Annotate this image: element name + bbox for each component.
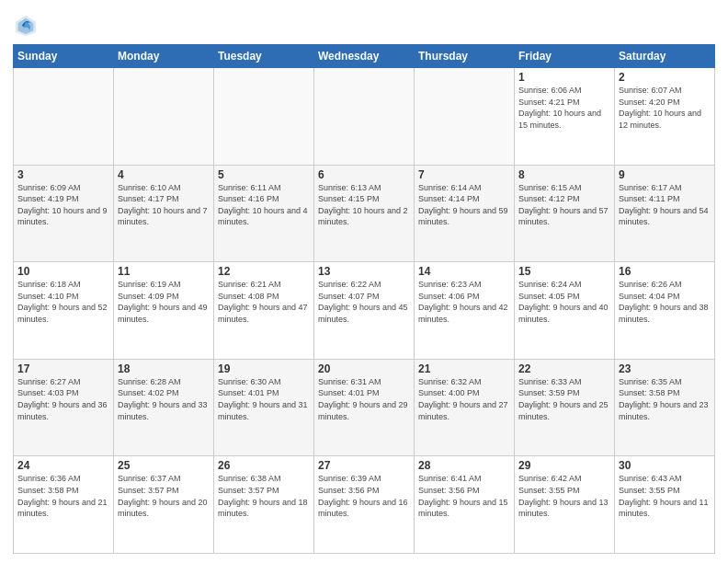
calendar-cell: 2Sunrise: 6:07 AM Sunset: 4:20 PM Daylig… [615, 68, 715, 166]
day-number: 6 [318, 168, 410, 181]
day-number: 7 [418, 168, 510, 181]
logo [13, 13, 40, 39]
day-number: 18 [118, 362, 210, 375]
day-info: Sunrise: 6:26 AM Sunset: 4:04 PM Dayligh… [619, 279, 711, 325]
weekday-header-wednesday: Wednesday [314, 45, 415, 68]
day-number: 28 [418, 459, 510, 472]
calendar-cell: 3Sunrise: 6:09 AM Sunset: 4:19 PM Daylig… [14, 165, 114, 262]
day-info: Sunrise: 6:10 AM Sunset: 4:17 PM Dayligh… [118, 182, 210, 228]
day-number: 4 [118, 168, 210, 181]
day-number: 30 [619, 459, 711, 472]
day-number: 1 [518, 71, 610, 84]
calendar-cell: 6Sunrise: 6:13 AM Sunset: 4:15 PM Daylig… [314, 165, 415, 262]
calendar-cell: 27Sunrise: 6:39 AM Sunset: 3:56 PM Dayli… [314, 456, 415, 554]
day-number: 13 [318, 265, 410, 278]
day-number: 3 [17, 168, 109, 181]
day-info: Sunrise: 6:07 AM Sunset: 4:20 PM Dayligh… [619, 85, 711, 131]
calendar-cell: 26Sunrise: 6:38 AM Sunset: 3:57 PM Dayli… [214, 456, 314, 554]
calendar-cell: 1Sunrise: 6:06 AM Sunset: 4:21 PM Daylig… [515, 68, 615, 166]
day-number: 8 [518, 168, 610, 181]
calendar-cell [14, 68, 114, 166]
calendar-cell: 12Sunrise: 6:21 AM Sunset: 4:08 PM Dayli… [214, 262, 314, 360]
calendar-cell: 10Sunrise: 6:18 AM Sunset: 4:10 PM Dayli… [14, 262, 114, 360]
calendar-cell [415, 68, 515, 166]
calendar-cell: 30Sunrise: 6:43 AM Sunset: 3:55 PM Dayli… [615, 456, 715, 554]
day-info: Sunrise: 6:38 AM Sunset: 3:57 PM Dayligh… [218, 473, 310, 519]
header [13, 9, 715, 39]
calendar-week-4: 17Sunrise: 6:27 AM Sunset: 4:03 PM Dayli… [14, 359, 715, 456]
calendar-cell: 9Sunrise: 6:17 AM Sunset: 4:11 PM Daylig… [615, 165, 715, 262]
weekday-header-sunday: Sunday [14, 45, 114, 68]
day-number: 23 [619, 362, 711, 375]
day-info: Sunrise: 6:41 AM Sunset: 3:56 PM Dayligh… [418, 473, 510, 519]
day-number: 21 [418, 362, 510, 375]
calendar-cell: 24Sunrise: 6:36 AM Sunset: 3:58 PM Dayli… [14, 456, 114, 554]
day-info: Sunrise: 6:09 AM Sunset: 4:19 PM Dayligh… [17, 182, 109, 228]
day-info: Sunrise: 6:37 AM Sunset: 3:57 PM Dayligh… [118, 473, 210, 519]
calendar-cell: 21Sunrise: 6:32 AM Sunset: 4:00 PM Dayli… [415, 359, 515, 456]
weekday-header-saturday: Saturday [615, 45, 715, 68]
day-number: 5 [218, 168, 310, 181]
day-info: Sunrise: 6:15 AM Sunset: 4:12 PM Dayligh… [518, 182, 610, 228]
calendar-cell: 8Sunrise: 6:15 AM Sunset: 4:12 PM Daylig… [515, 165, 615, 262]
day-info: Sunrise: 6:31 AM Sunset: 4:01 PM Dayligh… [318, 376, 410, 422]
day-number: 10 [17, 265, 109, 278]
day-number: 9 [619, 168, 711, 181]
calendar-cell: 29Sunrise: 6:42 AM Sunset: 3:55 PM Dayli… [515, 456, 615, 554]
calendar-week-5: 24Sunrise: 6:36 AM Sunset: 3:58 PM Dayli… [14, 456, 715, 554]
day-info: Sunrise: 6:35 AM Sunset: 3:58 PM Dayligh… [619, 376, 711, 422]
day-number: 14 [418, 265, 510, 278]
calendar-cell [114, 68, 214, 166]
day-number: 17 [17, 362, 109, 375]
calendar-cell: 16Sunrise: 6:26 AM Sunset: 4:04 PM Dayli… [615, 262, 715, 360]
calendar-cell: 13Sunrise: 6:22 AM Sunset: 4:07 PM Dayli… [314, 262, 415, 360]
calendar-cell: 23Sunrise: 6:35 AM Sunset: 3:58 PM Dayli… [615, 359, 715, 456]
calendar-week-3: 10Sunrise: 6:18 AM Sunset: 4:10 PM Dayli… [14, 262, 715, 360]
weekday-header-tuesday: Tuesday [214, 45, 314, 68]
day-info: Sunrise: 6:28 AM Sunset: 4:02 PM Dayligh… [118, 376, 210, 422]
day-info: Sunrise: 6:36 AM Sunset: 3:58 PM Dayligh… [17, 473, 109, 519]
calendar-cell: 18Sunrise: 6:28 AM Sunset: 4:02 PM Dayli… [114, 359, 214, 456]
weekday-header-row: SundayMondayTuesdayWednesdayThursdayFrid… [14, 45, 715, 68]
calendar-cell: 17Sunrise: 6:27 AM Sunset: 4:03 PM Dayli… [14, 359, 114, 456]
day-info: Sunrise: 6:27 AM Sunset: 4:03 PM Dayligh… [17, 376, 109, 422]
calendar-cell: 14Sunrise: 6:23 AM Sunset: 4:06 PM Dayli… [415, 262, 515, 360]
day-number: 16 [619, 265, 711, 278]
day-number: 25 [118, 459, 210, 472]
day-info: Sunrise: 6:19 AM Sunset: 4:09 PM Dayligh… [118, 279, 210, 325]
day-info: Sunrise: 6:39 AM Sunset: 3:56 PM Dayligh… [318, 473, 410, 519]
weekday-header-thursday: Thursday [415, 45, 515, 68]
day-number: 15 [518, 265, 610, 278]
day-info: Sunrise: 6:33 AM Sunset: 3:59 PM Dayligh… [518, 376, 610, 422]
day-info: Sunrise: 6:30 AM Sunset: 4:01 PM Dayligh… [218, 376, 310, 422]
calendar-cell: 20Sunrise: 6:31 AM Sunset: 4:01 PM Dayli… [314, 359, 415, 456]
day-number: 20 [318, 362, 410, 375]
day-info: Sunrise: 6:23 AM Sunset: 4:06 PM Dayligh… [418, 279, 510, 325]
calendar-cell [214, 68, 314, 166]
calendar-cell: 22Sunrise: 6:33 AM Sunset: 3:59 PM Dayli… [515, 359, 615, 456]
day-number: 11 [118, 265, 210, 278]
day-number: 12 [218, 265, 310, 278]
calendar-cell: 19Sunrise: 6:30 AM Sunset: 4:01 PM Dayli… [214, 359, 314, 456]
day-number: 27 [318, 459, 410, 472]
calendar-cell: 5Sunrise: 6:11 AM Sunset: 4:16 PM Daylig… [214, 165, 314, 262]
calendar-week-1: 1Sunrise: 6:06 AM Sunset: 4:21 PM Daylig… [14, 68, 715, 166]
calendar-cell: 7Sunrise: 6:14 AM Sunset: 4:14 PM Daylig… [415, 165, 515, 262]
logo-icon [13, 13, 39, 39]
day-info: Sunrise: 6:22 AM Sunset: 4:07 PM Dayligh… [318, 279, 410, 325]
day-number: 22 [518, 362, 610, 375]
calendar-cell [314, 68, 415, 166]
day-info: Sunrise: 6:42 AM Sunset: 3:55 PM Dayligh… [518, 473, 610, 519]
day-number: 29 [518, 459, 610, 472]
calendar-cell: 28Sunrise: 6:41 AM Sunset: 3:56 PM Dayli… [415, 456, 515, 554]
page: SundayMondayTuesdayWednesdayThursdayFrid… [0, 0, 728, 563]
calendar-table: SundayMondayTuesdayWednesdayThursdayFrid… [13, 44, 715, 554]
calendar-cell: 4Sunrise: 6:10 AM Sunset: 4:17 PM Daylig… [114, 165, 214, 262]
day-info: Sunrise: 6:13 AM Sunset: 4:15 PM Dayligh… [318, 182, 410, 228]
calendar-cell: 25Sunrise: 6:37 AM Sunset: 3:57 PM Dayli… [114, 456, 214, 554]
day-number: 2 [619, 71, 711, 84]
weekday-header-friday: Friday [515, 45, 615, 68]
day-info: Sunrise: 6:14 AM Sunset: 4:14 PM Dayligh… [418, 182, 510, 228]
day-info: Sunrise: 6:21 AM Sunset: 4:08 PM Dayligh… [218, 279, 310, 325]
weekday-header-monday: Monday [114, 45, 214, 68]
